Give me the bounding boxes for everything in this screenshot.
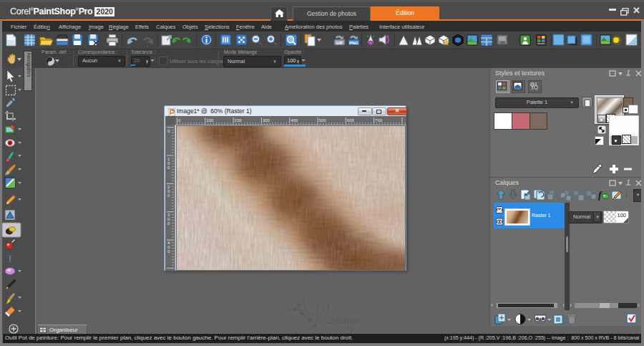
svg-text:PNG: PNG	[349, 41, 358, 45]
svg-text:T: T	[6, 253, 13, 264]
svg-text:200: 200	[235, 118, 243, 122]
svg-text:100: 100	[206, 118, 214, 122]
svg-text:300: 300	[263, 118, 270, 122]
svg-text:500: 500	[319, 118, 327, 122]
svg-text:400: 400	[291, 118, 298, 122]
svg-text:f: f	[598, 190, 602, 201]
svg-text:700: 700	[375, 118, 383, 122]
svg-text:GIF: GIF	[336, 41, 343, 45]
svg-text:600: 600	[347, 118, 355, 122]
svg-text:Ɔéaline: Ɔéaline	[326, 314, 360, 326]
